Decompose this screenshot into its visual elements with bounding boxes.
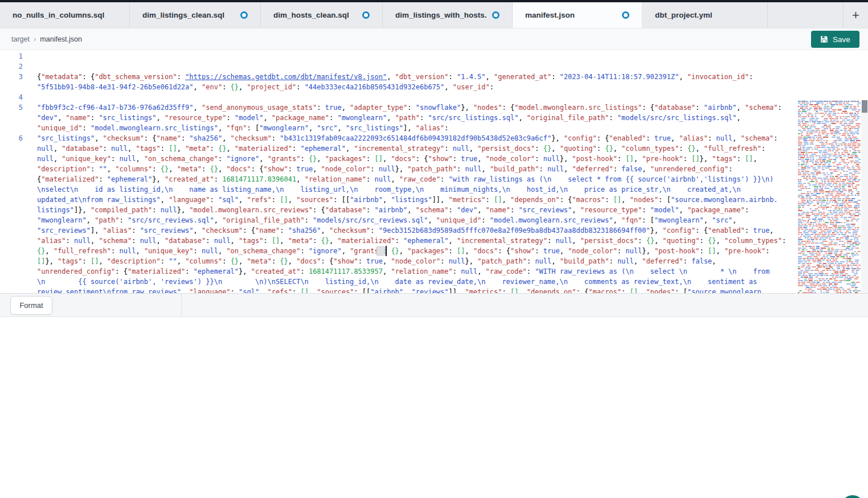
code-row[interactable]: \nselect\n id as listing_id,\n name as l… (0, 184, 796, 195)
code-row[interactable]: "dev", "name": "src_listings", "resource… (0, 113, 796, 123)
save-floppy-icon (820, 35, 828, 43)
tab-bar-spacer (768, 2, 843, 28)
tab-label: dim_hosts_clean.sql (273, 11, 349, 19)
code-row[interactable]: "unrendered_config": {"materialized": "e… (0, 266, 796, 277)
code-row[interactable]: "mwonglearn", "path": "src/src_reviews.s… (0, 215, 796, 225)
tab-dim_listings_with_hosts-sql[interactable]: dim_listings_with_hosts.sql (383, 2, 513, 28)
code-row[interactable]: "unique_id": "model.mwonglearn.src_listi… (0, 123, 796, 133)
editor-tab-bar: no_nulls_in_columns.sqldim_listings_clea… (0, 2, 868, 28)
tab-no_nulls_in_columns-sql[interactable]: no_nulls_in_columns.sql (0, 2, 130, 28)
tab-label: manifest.json (525, 11, 575, 19)
code-row[interactable]: null, "database": null, "tags": [], "met… (0, 143, 796, 154)
save-button-label: Save (833, 35, 850, 44)
format-button[interactable]: Format (10, 296, 52, 315)
line-number (0, 236, 23, 246)
unsaved-changes-dot-icon[interactable] (492, 11, 499, 19)
breadcrumb: target › manifest.json (11, 35, 82, 43)
code-row[interactable]: 5"fbb9f3c2-cf96-4a17-b736-976a62d35ff9",… (0, 102, 796, 113)
breadcrumb-folder[interactable]: target (11, 35, 30, 43)
editor-minimap[interactable] (797, 100, 861, 293)
line-number (0, 82, 23, 92)
code-row[interactable]: 3{"metadata": {"dbt_schema_version": "ht… (0, 72, 796, 82)
tab-label: dim_listings_clean.sql (142, 11, 224, 19)
format-bar: Format (0, 293, 868, 317)
tab-dbt_project-yml[interactable]: dbt_project.yml (642, 2, 768, 28)
code-row[interactable]: "src_reviews"], "alias": "src_reviews", … (0, 225, 796, 236)
code-editor[interactable]: 123{"metadata": {"dbt_schema_version": "… (0, 50, 868, 293)
code-row[interactable]: \n {{ source('airbnb', 'reviews') }}\n \… (0, 277, 796, 287)
line-number (0, 225, 23, 236)
code-row[interactable]: 6"src_listings", "checksum": {"name": "s… (0, 133, 796, 143)
line-number (0, 215, 23, 225)
code-row[interactable]: []}, "tags": [], "description": "", "col… (0, 256, 796, 266)
unsaved-changes-dot-icon[interactable] (622, 11, 629, 19)
line-number (0, 164, 23, 174)
scrollbar-thumb[interactable] (862, 100, 867, 113)
code-row[interactable]: "5f51bb91-94b8-4e31-94f2-26b5e061d22a", … (0, 82, 796, 92)
line-number (0, 184, 23, 195)
line-number (0, 143, 23, 154)
line-number: 4 (0, 92, 23, 102)
line-number (0, 154, 23, 164)
line-number (0, 266, 23, 277)
line-number (0, 287, 23, 293)
tab-label: dim_listings_with_hosts.sql (395, 11, 486, 19)
line-number (0, 123, 23, 133)
code-row[interactable]: 4 (0, 92, 796, 102)
tab-manifest-json[interactable]: manifest.json (513, 2, 642, 28)
file-toolbar: target › manifest.json Save (0, 28, 868, 50)
code-row[interactable]: "alias": null, "schema": null, "database… (0, 236, 796, 246)
code-content[interactable]: 123{"metadata": {"dbt_schema_version": "… (0, 51, 796, 293)
unsaved-changes-dot-icon[interactable] (240, 11, 248, 19)
line-number (0, 277, 23, 287)
results-panel (0, 317, 868, 498)
tab-dim_hosts_clean-sql[interactable]: dim_hosts_clean.sql (261, 2, 383, 28)
new-tab-button[interactable]: + (843, 2, 868, 28)
line-number: 6 (0, 133, 23, 143)
code-row[interactable]: updated_at\nfrom raw_listings", "languag… (0, 195, 796, 205)
line-number (0, 256, 23, 266)
line-number: 5 (0, 102, 23, 113)
code-row[interactable]: 1 (0, 51, 796, 61)
line-number (0, 195, 23, 205)
save-button[interactable]: Save (811, 31, 859, 48)
code-row[interactable]: 2 (0, 61, 796, 72)
panel-divider (181, 294, 182, 317)
breadcrumb-chevron-icon: › (34, 35, 36, 43)
code-row[interactable]: null, "unique_key": null, "on_schema_cha… (0, 154, 796, 164)
line-number: 2 (0, 61, 23, 72)
code-row[interactable]: "description": "", "columns": {}, "meta"… (0, 164, 796, 174)
editor-scrollbar[interactable] (861, 100, 868, 293)
unsaved-changes-dot-icon[interactable] (362, 11, 370, 19)
line-number: 1 (0, 51, 23, 61)
breadcrumb-file[interactable]: manifest.json (40, 35, 82, 43)
line-number (0, 174, 23, 184)
line-number (0, 246, 23, 256)
code-row[interactable]: {}, "full_refresh": null, "unique_key": … (0, 246, 796, 256)
tab-label: dbt_project.yml (655, 11, 713, 19)
code-row[interactable]: listings"]}, "compiled_path": null}, "mo… (0, 205, 796, 215)
line-number: 3 (0, 72, 23, 82)
line-number (0, 205, 23, 215)
code-row[interactable]: {"materialized": "ephemeral"}, "created_… (0, 174, 796, 184)
code-row[interactable]: review_sentiment\nfrom raw_reviews", "la… (0, 287, 796, 293)
tab-dim_listings_clean-sql[interactable]: dim_listings_clean.sql (130, 2, 261, 28)
line-number (0, 113, 23, 123)
tab-label: no_nulls_in_columns.sql (13, 11, 104, 19)
